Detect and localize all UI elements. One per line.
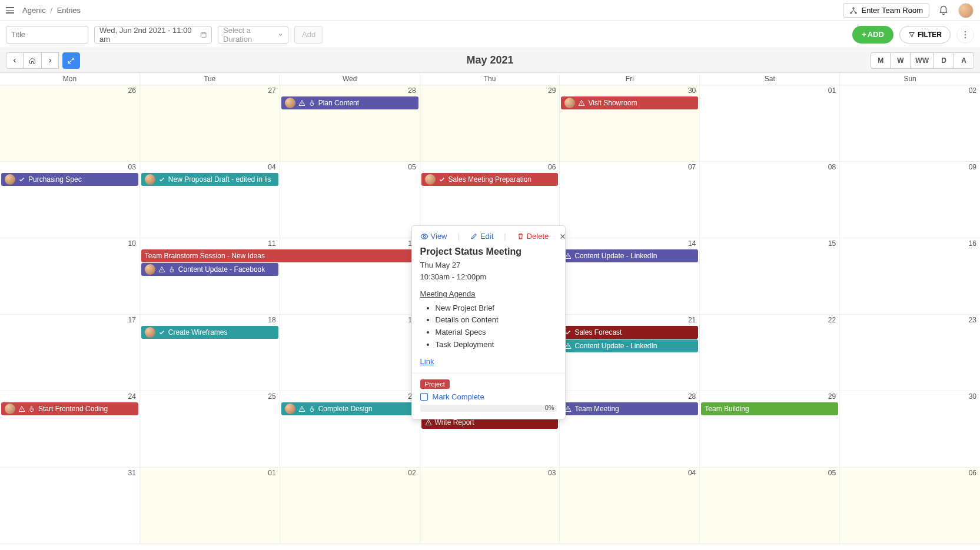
calendar-cell[interactable]: 15 — [700, 238, 840, 315]
calendar-cell[interactable]: 21Sales ForecastContent Update - LinkedI… — [560, 315, 700, 391]
calendar-cell[interactable]: 01 — [140, 468, 280, 544]
event-title: Complete Design — [318, 405, 373, 413]
calendar-cell[interactable]: 30Visit Showroom — [560, 85, 700, 162]
view-mode-a[interactable]: A — [954, 52, 974, 69]
calendar-cell[interactable]: 11Team Brainstorm Session - New IdeasCon… — [140, 238, 280, 315]
calendar-event[interactable]: Purchasing Spec — [1, 173, 138, 186]
delete-label: Delete — [527, 232, 549, 241]
agenda-item: Details on Content — [436, 314, 557, 326]
svg-rect-3 — [201, 32, 206, 37]
filter-button[interactable]: FILTER — [899, 26, 951, 44]
expand-button[interactable] — [62, 52, 80, 69]
calendar-cell[interactable]: 17 — [0, 315, 140, 391]
calendar-cell[interactable]: 14Content Update - LinkedIn — [560, 238, 700, 315]
calendar-title: May 2021 — [466, 54, 513, 66]
calendar-cell[interactable]: 03 — [420, 468, 560, 544]
calendar-event[interactable]: New Proposal Draft - edited in lis — [141, 173, 278, 186]
calendar-event[interactable]: Content Update - LinkedIn — [561, 339, 698, 352]
today-button[interactable] — [24, 52, 41, 69]
calendar-cell[interactable]: 02 — [840, 85, 980, 162]
calendar-cell[interactable]: 22 — [700, 315, 840, 391]
calendar-cell[interactable]: 31 — [0, 468, 140, 544]
calendar-cell[interactable]: 08 — [700, 162, 840, 238]
view-mode-m[interactable]: M — [871, 52, 891, 69]
popover-tag[interactable]: Project — [420, 379, 450, 389]
calendar-cell[interactable]: 01 — [700, 85, 840, 162]
more-button[interactable] — [956, 26, 974, 44]
day-number: 24 — [128, 392, 135, 401]
popover-view-button[interactable]: View — [420, 232, 447, 241]
calendar-event[interactable]: Content Update - LinkedIn — [561, 249, 698, 262]
calendar-cell[interactable]: 18Create Wireframes — [140, 315, 280, 391]
duration-select[interactable]: Select a Duration — [218, 26, 288, 44]
calendar-cell[interactable]: 26Complete Design — [280, 391, 420, 468]
day-number: 11 — [268, 239, 275, 248]
calendar-cell[interactable]: 16 — [840, 238, 980, 315]
event-avatar — [425, 174, 436, 185]
check-icon — [158, 176, 165, 183]
popover-delete-button[interactable]: Delete — [517, 232, 549, 241]
mark-complete-checkbox[interactable]: Mark Complete — [420, 392, 557, 401]
svg-point-7 — [423, 235, 426, 238]
calendar-cell[interactable]: 26 — [0, 85, 140, 162]
calendar-cell[interactable]: 09 — [840, 162, 980, 238]
calendar-event[interactable]: Team Building — [701, 402, 838, 415]
popover-edit-button[interactable]: Edit — [470, 232, 493, 241]
calendar-cell[interactable]: 02 — [280, 468, 420, 544]
add-button[interactable]: +ADD — [852, 26, 893, 44]
view-mode-ww[interactable]: WW — [911, 52, 934, 69]
enter-team-room-button[interactable]: Enter Team Room — [843, 3, 929, 18]
calendar-cell[interactable]: 06 — [840, 468, 980, 544]
menu-icon[interactable] — [6, 7, 14, 14]
calendar-event[interactable]: Create Wireframes — [141, 326, 278, 339]
calendar-cell[interactable]: 04New Proposal Draft - edited in lis — [140, 162, 280, 238]
calendar-cell[interactable]: 29Team Building — [700, 391, 840, 468]
calendar-event[interactable]: Content Update - Facebook — [141, 263, 278, 276]
calendar-cell[interactable]: 28Team Meeting — [560, 391, 700, 468]
day-number: 26 — [128, 86, 135, 95]
calendar-cell[interactable]: 04 — [560, 468, 700, 544]
breadcrumb-page[interactable]: Entries — [57, 6, 81, 15]
view-mode-d[interactable]: D — [934, 52, 954, 69]
calendar-cell[interactable]: 05 — [700, 468, 840, 544]
calendar-cell[interactable]: 05 — [280, 162, 420, 238]
calendar-cell[interactable]: 27 — [140, 85, 280, 162]
calendar-cell[interactable]: 07 — [560, 162, 700, 238]
calendar-event[interactable]: Sales Forecast — [561, 326, 698, 339]
dow-cell: Fri — [560, 73, 700, 85]
svg-point-4 — [965, 31, 966, 32]
event-avatar — [285, 98, 295, 108]
calendar-event[interactable]: Team Meeting — [561, 402, 698, 415]
breadcrumb-app[interactable]: Agenic — [22, 6, 46, 15]
bell-icon — [938, 5, 949, 16]
next-button[interactable] — [41, 52, 59, 69]
calendar-event[interactable]: Complete Design — [281, 402, 418, 415]
user-avatar-button[interactable] — [958, 2, 974, 19]
day-number: 17 — [128, 316, 135, 324]
notifications-button[interactable] — [935, 2, 952, 19]
calendar-cell[interactable]: 19 — [280, 315, 420, 391]
event-avatar — [564, 98, 575, 108]
calendar-event[interactable]: Sales Meeting Preparation — [421, 173, 559, 186]
calendar-cell[interactable]: 28Plan Content — [280, 85, 420, 162]
title-input[interactable] — [6, 26, 88, 44]
calendar-event[interactable]: Plan Content — [281, 96, 418, 109]
calendar-cell[interactable]: 23 — [840, 315, 980, 391]
prev-button[interactable] — [6, 52, 24, 69]
popover-link[interactable]: Link — [420, 357, 434, 366]
toolbar: Wed, Jun 2nd 2021 - 11:00 am Select a Du… — [0, 21, 980, 48]
calendar-cell[interactable]: 30 — [840, 391, 980, 468]
calendar-cell[interactable]: 24Start Frontend Coding — [0, 391, 140, 468]
view-mode-w[interactable]: W — [891, 52, 911, 69]
check-icon — [158, 329, 165, 336]
calendar-event[interactable]: Start Frontend Coding — [1, 402, 138, 415]
calendar-cell[interactable]: 25 — [140, 391, 280, 468]
date-picker[interactable]: Wed, Jun 2nd 2021 - 11:00 am — [94, 26, 212, 44]
calendar-cell[interactable]: 29 — [420, 85, 560, 162]
popover-close-button[interactable] — [559, 233, 566, 240]
day-number: 03 — [548, 469, 556, 477]
calendar-cell[interactable]: 10 — [0, 238, 140, 315]
calendar-event[interactable]: Visit Showroom — [561, 96, 698, 109]
calendar-cell[interactable]: 03Purchasing Spec — [0, 162, 140, 238]
progress-bar: 0% — [420, 405, 557, 412]
